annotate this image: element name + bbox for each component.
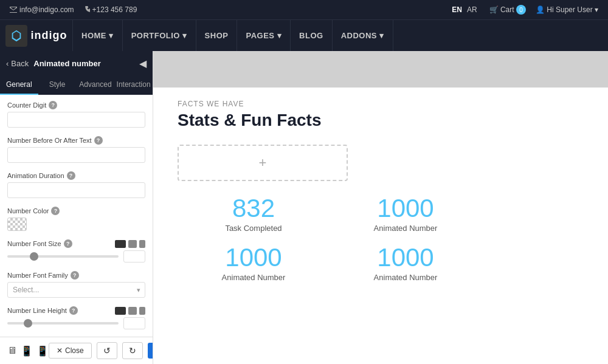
- animation-duration-field: Animation Duration ? 1000: [7, 171, 145, 198]
- tab-general[interactable]: General: [0, 75, 38, 95]
- animation-duration-help-icon[interactable]: ?: [67, 171, 75, 180]
- top-bar: info@indigo.com +123 456 789 EN AR 🛒 Car…: [0, 0, 608, 19]
- number-color-field: Number Color ?: [7, 207, 145, 231]
- font-size-responsive-icons: [115, 240, 145, 248]
- nav-item-pages[interactable]: PAGES ▾: [237, 20, 291, 51]
- stat-item-1: 1000 Animated Number: [330, 196, 482, 233]
- line-height-slider-thumb[interactable]: [24, 319, 32, 328]
- number-line-height-field: Number Line Height ? 36: [7, 306, 145, 329]
- font-size-slider-row: 36: [7, 250, 145, 263]
- header-placeholder: [153, 51, 608, 88]
- stat-number-2: 1000: [178, 245, 330, 270]
- top-bar-left: info@indigo.com +123 456 789: [10, 5, 137, 14]
- number-line-height-label: Number Line Height: [7, 307, 67, 314]
- stat-item-0: 832 Task Completed: [178, 196, 330, 233]
- font-size-slider-track[interactable]: [7, 255, 119, 258]
- add-block-button[interactable]: +: [178, 145, 348, 181]
- nav-item-blog[interactable]: BLOG: [291, 20, 333, 51]
- number-font-family-label: Number Font Family: [7, 272, 68, 279]
- number-color-swatch[interactable]: [7, 218, 27, 231]
- tab-style[interactable]: Style: [38, 75, 77, 95]
- stat-label-3: Animated Number: [330, 273, 482, 282]
- tab-interaction[interactable]: Interaction: [114, 75, 153, 95]
- content-area: FACTS WE HAVE Stats & Fun Facts + 832 Ta…: [153, 51, 608, 364]
- logo-area: indigo: [0, 20, 73, 51]
- logo-icon: [5, 25, 27, 47]
- sidebar: ‹ Back Animated number ◀ General Style A…: [0, 51, 153, 364]
- stat-item-2: 1000 Animated Number: [178, 245, 330, 282]
- lh-tablet-icon[interactable]: [128, 307, 137, 315]
- number-before-after-field: Number Before Or After Text ? +,K,$: [7, 136, 145, 163]
- logo-text: indigo: [31, 29, 67, 42]
- number-font-size-field: Number Font Size ? 36: [7, 239, 145, 263]
- number-before-after-input[interactable]: +,K,$: [7, 147, 145, 163]
- stats-grid: 832 Task Completed 1000 Animated Number …: [178, 196, 482, 282]
- number-before-after-help-icon[interactable]: ?: [94, 136, 103, 145]
- font-family-select-wrapper: Select...: [7, 282, 145, 298]
- stat-number-0: 832: [178, 196, 330, 221]
- nav-items: HOME ▾ PORTFOLIO ▾ SHOP PAGES ▾ BLOG ADD…: [73, 20, 608, 51]
- stat-label-1: Animated Number: [330, 224, 482, 233]
- line-height-value-input[interactable]: 36: [123, 317, 145, 329]
- back-button[interactable]: ‹ Back: [6, 59, 29, 68]
- email-info: info@indigo.com: [10, 5, 74, 14]
- cart-badge: 0: [516, 5, 526, 15]
- number-font-size-help-icon[interactable]: ?: [64, 239, 72, 248]
- tablet-icon[interactable]: [128, 240, 137, 248]
- save-button[interactable]: Save: [148, 343, 153, 359]
- number-font-family-field: Number Font Family ? Select...: [7, 271, 145, 298]
- back-label: Back: [11, 59, 29, 68]
- footer-desktop-icon[interactable]: 🖥: [7, 345, 17, 357]
- stat-number-1: 1000: [330, 196, 482, 221]
- footer-tablet-icon[interactable]: 📱: [21, 345, 33, 357]
- nav-item-shop[interactable]: SHOP: [196, 20, 238, 51]
- counter-digit-field: Counter Digit ? 832: [7, 101, 145, 128]
- mobile-icon[interactable]: [139, 240, 145, 248]
- counter-digit-help-icon[interactable]: ?: [49, 101, 57, 109]
- nav-item-home[interactable]: HOME ▾: [73, 20, 123, 51]
- font-size-slider-thumb[interactable]: [30, 252, 38, 261]
- nav-item-portfolio[interactable]: PORTFOLIO ▾: [123, 20, 196, 51]
- footer-responsive-icons: 🖥 📱 📱: [7, 345, 49, 357]
- user-info[interactable]: 👤 Hi Super User ▾: [536, 5, 598, 14]
- font-family-select[interactable]: Select...: [7, 282, 145, 298]
- counter-digit-input[interactable]: 832: [7, 112, 145, 128]
- main-layout: ‹ Back Animated number ◀ General Style A…: [0, 51, 608, 364]
- content-body: FACTS WE HAVE Stats & Fun Facts + 832 Ta…: [153, 88, 608, 364]
- nav-bar: indigo HOME ▾ PORTFOLIO ▾ SHOP PAGES ▾ B…: [0, 19, 608, 51]
- sidebar-footer: 🖥 📱 📱 ✕ Close ↺ ↻ Save: [0, 337, 153, 364]
- redo-button[interactable]: ↻: [122, 342, 143, 359]
- collapse-button[interactable]: ◀: [139, 58, 147, 69]
- lh-desktop-icon[interactable]: [115, 307, 126, 315]
- sidebar-tabs: General Style Advanced Interaction: [0, 75, 153, 95]
- lang-en[interactable]: EN: [452, 5, 462, 14]
- number-font-family-help-icon[interactable]: ?: [71, 271, 79, 280]
- section-title: Stats & Fun Facts: [178, 111, 584, 130]
- number-font-size-label: Number Font Size: [7, 240, 61, 247]
- lh-mobile-icon[interactable]: [139, 307, 145, 315]
- line-height-responsive-icons: [115, 307, 145, 315]
- stat-item-3: 1000 Animated Number: [330, 245, 482, 282]
- phone-info: +123 456 789: [84, 5, 137, 14]
- footer-mobile-icon[interactable]: 📱: [36, 345, 49, 357]
- cart-info[interactable]: 🛒 Cart 0: [489, 5, 526, 15]
- add-block-icon: +: [259, 155, 267, 171]
- language-switcher[interactable]: EN AR: [452, 5, 477, 14]
- undo-button[interactable]: ↺: [97, 342, 117, 359]
- animation-duration-label: Animation Duration: [7, 172, 64, 179]
- font-size-value-input[interactable]: 36: [123, 250, 145, 263]
- close-x-icon: ✕: [57, 346, 63, 355]
- number-before-after-label: Number Before Or After Text: [7, 137, 92, 144]
- tab-advanced[interactable]: Advanced: [77, 75, 115, 95]
- line-height-slider-track[interactable]: [7, 322, 119, 325]
- desktop-icon[interactable]: [115, 240, 126, 248]
- sidebar-title: Animated number: [33, 59, 101, 68]
- top-bar-right: 🛒 Cart 0 👤 Hi Super User ▾: [489, 5, 598, 15]
- number-color-help-icon[interactable]: ?: [51, 207, 60, 215]
- sidebar-header: ‹ Back Animated number ◀: [0, 51, 153, 75]
- nav-item-addons[interactable]: ADDONS ▾: [333, 20, 393, 51]
- number-line-height-help-icon[interactable]: ?: [69, 306, 78, 315]
- lang-ar[interactable]: AR: [467, 5, 477, 14]
- close-button[interactable]: ✕ Close: [49, 343, 92, 359]
- animation-duration-input[interactable]: 1000: [7, 182, 145, 198]
